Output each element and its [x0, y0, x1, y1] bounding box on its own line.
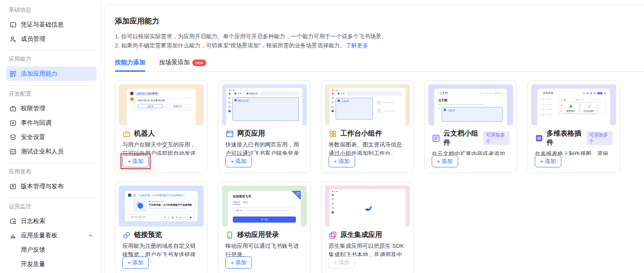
plus-icon: +: [231, 158, 234, 165]
sidebar-item-label: 成员管理: [21, 35, 45, 43]
automation-plugin-chip: 自动化插件: [581, 103, 597, 113]
sidebar-item-label: 事件与回调: [21, 119, 51, 127]
log-search-icon: [10, 218, 17, 225]
sidebar-item-label: 应用质量看板: [21, 232, 57, 240]
card-native-integration: 原生集成应用 原生集成应用可以把原生 SDK 集成到飞书本地，并调用其中的对应方…: [321, 182, 414, 273]
tab-by-capability[interactable]: 按能力添加: [115, 59, 145, 71]
card-title: 链接预览: [134, 230, 162, 240]
view-plugin-chip: 视图插件: [563, 103, 579, 113]
sidebar-divider: [8, 50, 95, 51]
main-area: 添加应用能力 1. 你可以根据实际需求，为应用开启能力。单个应用可开启多种能力，…: [101, 0, 644, 273]
sidebar-divider: [8, 85, 95, 86]
main-panel: 添加应用能力 1. 你可以根据实际需求，为应用开启能力。单个应用可开启多种能力，…: [104, 4, 644, 273]
card-desc: 在多维表格上制作视图、逻辑插件，让你的多维表格变得更强大。: [531, 150, 616, 155]
card-desc: 与用户在聊天中交互的应用，它可以向用户或群组自动发送消息，响应用户的消...: [119, 140, 204, 155]
workplace-widget-preview: 飞书 小组件: [325, 84, 410, 125]
card-workplace-widget: 飞书 小组件: [321, 80, 414, 173]
add-workplace-widget-button[interactable]: +添加: [329, 155, 355, 167]
avatar: [128, 193, 131, 197]
plus-icon: +: [127, 260, 131, 266]
intro-line-2: 2. 如果尚不确定需要添加什么能力，可切换至“按场景添加”，根据所需的业务场景选…: [115, 41, 644, 50]
plus-icon: +: [334, 158, 337, 165]
sidebar-divider: [8, 163, 95, 163]
card-desc: 移动应用可以通过飞书账号进行登录。: [222, 242, 307, 256]
lark-logo: [335, 192, 406, 226]
briefcase-icon: [10, 105, 17, 112]
robot-icon: [122, 130, 131, 138]
add-web-app-button[interactable]: +添加: [225, 155, 252, 167]
phone-glyph: [297, 192, 299, 195]
card-desc: 应用能为注册的域名自定义链接预览，用户在飞书发送链接后，能在链接下方展示...: [119, 242, 204, 256]
page-title: 添加应用能力: [115, 16, 644, 26]
card-title: 原生集成应用: [340, 230, 382, 240]
code-box-icon: [10, 148, 17, 155]
sidebar-item-events[interactable]: 事件与回调: [6, 116, 97, 130]
group-basic-info: 基础信息: [9, 6, 94, 14]
sidebar-item-user-feedback[interactable]: 用户反馈: [6, 243, 97, 257]
card-title: 云文档小组件: [443, 129, 480, 147]
sidebar-item-label: 添加应用能力: [21, 70, 57, 78]
mobile-login-preview: 欢迎使用飞书 手机号 邮箱 +86 下一步: [222, 186, 307, 226]
sidebar-item-members[interactable]: 成员管理: [6, 32, 97, 46]
plus-icon: +: [334, 260, 337, 266]
add-mobile-login-button[interactable]: +添加: [225, 256, 252, 269]
link-preview-preview: 方法到实践，从不同角度提升产品思维能力！ Learning.com⋯ 方法到实践…: [119, 186, 204, 226]
bot-avatar: [130, 97, 134, 101]
sidebar-item-add-capability[interactable]: 添加应用能力: [6, 67, 97, 81]
sidebar-item-version-release[interactable]: 版本管理与发布: [6, 179, 97, 193]
chevron-up-icon[interactable]: [88, 233, 93, 238]
multi-add-badge: 可添加多个: [483, 131, 510, 145]
new-badge: new: [192, 60, 206, 66]
docs-widget-icon: [432, 134, 440, 143]
upload-box-icon: [10, 183, 17, 190]
sidebar: 基础信息 凭证与基础信息 成员管理 应用能力 添加应用能力 开发配置: [0, 0, 101, 273]
person-add-icon: [10, 36, 17, 43]
sidebar-divider: [8, 198, 95, 198]
mobile-phone-icon: [225, 231, 234, 240]
sidebar-item-test-org[interactable]: 测试企业和人员: [6, 144, 97, 159]
sidebar-item-quality-dashboard[interactable]: 应用质量看板: [6, 228, 97, 243]
message-toolbar-icons: A ☺ @ ✕ ◎ ↗: [164, 216, 186, 219]
card-desc: 原生集成应用可以把原生 SDK 集成到飞书本地，并调用其中的对应方法，为用户提.…: [325, 242, 410, 256]
tab-by-scenario[interactable]: 按场景添加 new: [159, 59, 206, 71]
bar-chart-icon: [10, 232, 17, 239]
sidebar-item-security[interactable]: 安全设置: [6, 130, 97, 144]
sidebar-item-label: 权限管理: [21, 105, 45, 113]
sidebar-item-permissions[interactable]: 权限管理: [6, 101, 97, 116]
card-title: 网页应用: [237, 129, 265, 138]
bot-preview: @机器人 待办事项 2022-05-20 待办事项详情 去处理 延期待办: [119, 84, 204, 125]
card-base-plugin: ‹ 多维表格: [527, 80, 620, 173]
add-native-integration-button[interactable]: +添加: [329, 256, 355, 269]
plus-icon: +: [437, 158, 440, 165]
add-bot-button[interactable]: +添加: [122, 155, 149, 167]
sidebar-item-dev-quality[interactable]: 开发质量: [6, 257, 97, 271]
send-icon: ▶: [188, 216, 192, 219]
shield-check-icon: [10, 134, 17, 141]
add-base-plugin-button[interactable]: +添加: [535, 155, 561, 167]
group-dev-config: 开发配置: [9, 90, 94, 98]
card-web-app: 飞书 网页应用 网页应用 网页应用: [218, 80, 311, 173]
tab-bar: 按能力添加 按场景添加 new: [115, 59, 644, 72]
card-desc: 将数据图表、图文资讯等信息通过小组件添加到工作台。: [325, 140, 410, 155]
sidebar-item-label: 用户反馈: [21, 246, 45, 254]
plus-icon: +: [540, 158, 543, 165]
sidebar-item-label: 安全设置: [21, 133, 45, 141]
native-integration-icon: [329, 231, 337, 240]
card-title: 工作台小组件: [340, 129, 382, 138]
sidebar-item-label: 测试企业和人员: [21, 148, 64, 156]
add-docs-widget-button[interactable]: +添加: [432, 155, 458, 167]
sidebar-item-label: 凭证与基础信息: [21, 21, 64, 29]
sidebar-item-label: 版本管理与发布: [21, 183, 64, 190]
add-link-preview-button[interactable]: +添加: [122, 256, 149, 269]
multi-add-badge: 可添加多个: [587, 131, 613, 145]
group-app-capability: 应用能力: [9, 55, 94, 63]
docs-widget-preview: ‹ 云文档 云文档 + 小组件: [428, 84, 513, 125]
card-bot: @机器人 待办事项 2022-05-20 待办事项详情 去处理 延期待办: [115, 80, 208, 173]
sidebar-item-log-search[interactable]: 日志检索: [6, 214, 97, 228]
link-icon: [122, 231, 131, 240]
learn-more-link[interactable]: 了解更多: [345, 42, 368, 49]
sidebar-item-credentials[interactable]: 凭证与基础信息: [6, 17, 97, 32]
base-plugin-icon: [535, 134, 543, 143]
link-thumbnail: [134, 199, 147, 211]
workplace-widget-icon: [329, 130, 337, 138]
